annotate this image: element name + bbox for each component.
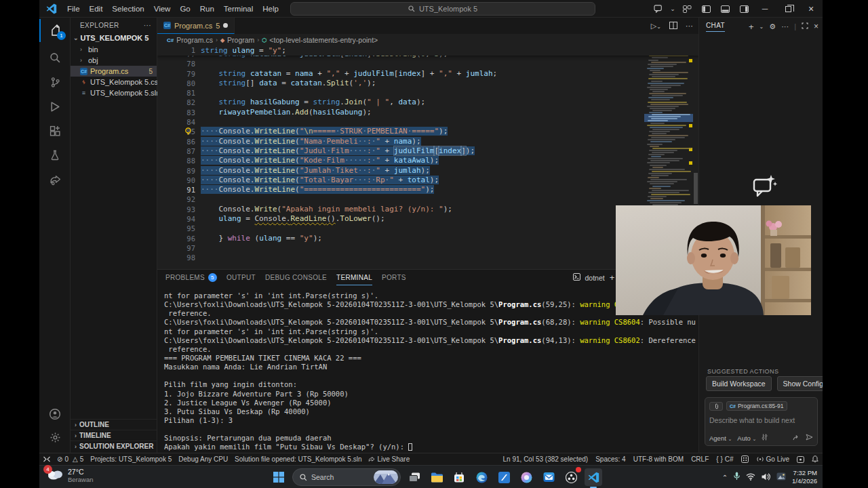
code-line[interactable]: 87····Console.WriteLine("Judul·Film····:… — [157, 146, 644, 156]
sidebar-item-csproj[interactable]: ᛃ UTS_Kelompok 5.csproj — [71, 77, 157, 87]
tab-problems[interactable]: PROBLEMS 5 — [165, 270, 217, 285]
menu-selection[interactable]: Selection — [107, 5, 149, 13]
send-button[interactable] — [806, 434, 813, 442]
chat-settings-gear-icon[interactable]: ⚙ — [769, 22, 776, 31]
obs-studio-button[interactable] — [562, 468, 580, 486]
context-chip[interactable]: C# Program.cs:85-91 — [726, 401, 787, 411]
code-line[interactable]: 78 — [157, 59, 644, 68]
code-line[interactable]: 95 — [157, 224, 644, 233]
chat-input-box[interactable]: C# Program.cs:85-91 Describe what to bui… — [705, 397, 818, 446]
run-debug-icon[interactable] — [39, 95, 71, 118]
accounts-icon[interactable] — [39, 403, 71, 426]
agent-mode-picker[interactable]: Agent ⌄ — [709, 434, 732, 442]
vscode-taskbar-button[interactable] — [585, 468, 602, 486]
section-solution-explorer[interactable]: ›SOLUTION EXPLORER — [71, 441, 157, 451]
tray-obs-icon[interactable] — [776, 471, 786, 483]
copilot-chat-icon[interactable] — [649, 0, 668, 18]
code-line[interactable]: 93 Console.Write("Apakah ingin membeli l… — [157, 205, 644, 214]
taskbar-search[interactable]: Search — [292, 468, 401, 486]
code-line[interactable]: 88····Console.WriteLine("Kode·Film·····:… — [157, 156, 644, 165]
indentation-status[interactable]: Spaces: 4 — [595, 455, 625, 463]
code-line[interactable]: 91····Console.WriteLine("===============… — [157, 185, 644, 195]
microsoft-store-button[interactable] — [450, 468, 468, 486]
language-status[interactable]: { } C# — [716, 455, 733, 463]
task-view-button[interactable] — [406, 468, 423, 486]
menu-terminal[interactable]: Terminal — [219, 5, 258, 13]
volume-icon[interactable] — [762, 471, 770, 483]
terminal-output[interactable]: nt for parameter 's' in 'int int.Parse(s… — [164, 291, 696, 451]
taskbar-clock[interactable]: 7:32 PM 1/4/2026 — [792, 469, 817, 485]
visual-studio-button[interactable] — [495, 468, 513, 486]
code-line[interactable]: 98 — [157, 253, 644, 262]
live-share-status[interactable]: Live Share — [368, 455, 410, 463]
debug-target-status[interactable]: Debug Any CPU — [178, 455, 228, 463]
new-chat-icon[interactable]: + — [749, 22, 754, 32]
notifications-bell-icon[interactable] — [812, 455, 818, 463]
code-line[interactable]: 89····Console.WriteLine("Jumlah·Tiket··:… — [157, 166, 644, 176]
extensions-icon[interactable] — [39, 119, 71, 142]
explorer-icon[interactable]: 1 — [39, 19, 71, 42]
layout-customize-icon[interactable] — [677, 0, 696, 18]
chat-tab[interactable]: CHAT — [706, 22, 725, 32]
chevron-down-icon[interactable]: ⌄ — [668, 0, 677, 18]
run-button[interactable]: ▷⌄ — [651, 22, 661, 30]
code-line[interactable]: 83 riwayatPembelian.Add(hasilGabung); — [157, 108, 644, 117]
encoding-status[interactable]: UTF-8 with BOM — [633, 455, 684, 463]
edge-browser-button[interactable] — [473, 468, 490, 486]
sidebar-item-sln[interactable]: ≡ UTS_Kelompok 5.sln — [71, 87, 157, 98]
section-outline[interactable]: ›OUTLINE — [71, 419, 157, 430]
solution-status[interactable]: Solution file opened: UTS_Kelompok 5.sln — [235, 455, 361, 463]
menu-go[interactable]: Go — [175, 5, 195, 13]
chat-sparkle-overlay-icon[interactable] — [750, 174, 778, 201]
live-share-icon[interactable] — [39, 168, 71, 191]
scrollbar-thumb[interactable] — [694, 173, 698, 204]
code-line[interactable]: 84 — [157, 117, 644, 127]
split-editor-icon[interactable] — [669, 22, 677, 30]
code-line[interactable]: 79 string catatan = nama + "," + judulFi… — [157, 69, 644, 79]
code-line[interactable]: 96 } while (ulang == "y"); — [157, 234, 644, 243]
start-button[interactable] — [270, 468, 288, 486]
source-control-icon[interactable] — [39, 70, 71, 94]
go-live-status[interactable]: Go Live — [756, 455, 789, 463]
extension-grid-icon[interactable] — [741, 455, 749, 463]
minimize-button[interactable]: ─ — [753, 0, 776, 18]
tray-expand-icon[interactable]: ⌃ — [722, 474, 728, 481]
settings-gear-icon[interactable] — [39, 426, 71, 449]
editor-more-icon[interactable]: ⋯ — [686, 22, 693, 30]
chat-maximize-icon[interactable] — [802, 22, 808, 30]
command-center-search[interactable]: UTS_Kelompok 5 — [290, 2, 595, 16]
code-line[interactable]: 97 — [157, 243, 644, 253]
sidebar-item-bin[interactable]: › bin — [71, 44, 157, 55]
sidebar-item-program-cs[interactable]: C# Program.cs 5 — [71, 66, 157, 77]
tab-program-cs[interactable]: C# Program.cs 5 — [157, 18, 235, 34]
problems-status[interactable]: ⊘0 △5 — [57, 455, 83, 463]
close-button[interactable]: × — [800, 0, 823, 18]
section-timeline[interactable]: ›TIMELINE — [71, 430, 157, 441]
sticky-scroll-line[interactable]: 1 string ulang = "y"; — [157, 46, 698, 56]
menu-help[interactable]: Help — [258, 5, 283, 13]
code-line[interactable]: 92 — [157, 195, 644, 204]
tab-output[interactable]: OUTPUT — [226, 270, 256, 285]
cursor-position-status[interactable]: Ln 91, Col 53 (382 selected) — [503, 455, 589, 463]
chevron-down-icon[interactable]: ⌄ — [760, 24, 764, 30]
outlook-button[interactable] — [540, 468, 557, 486]
code-line[interactable]: 82 string hasilGabung = string.Join(" | … — [157, 98, 644, 107]
tab-debug-console[interactable]: DEBUG CONSOLE — [265, 270, 327, 285]
projects-status[interactable]: Projects: UTS_Kelompok 5 — [90, 455, 172, 463]
weather-widget[interactable]: 4 27°C Berawan — [46, 467, 94, 483]
menu-file[interactable]: File — [62, 5, 85, 13]
sidebar-root-folder[interactable]: ⌄ UTS_KELOMPOK 5 — [71, 32, 157, 44]
toggle-sidebar-icon[interactable] — [696, 0, 715, 18]
tools-icon[interactable] — [762, 434, 768, 442]
chat-close-icon[interactable]: × — [814, 22, 818, 31]
code-line[interactable]: 80 string[] data = catatan.Split(','); — [157, 79, 644, 88]
eol-status[interactable]: CRLF — [691, 455, 709, 463]
file-explorer-button[interactable] — [428, 468, 446, 486]
menu-edit[interactable]: Edit — [85, 5, 108, 13]
restore-button[interactable] — [776, 0, 800, 18]
sidebar-item-obj[interactable]: › obj — [71, 55, 157, 66]
search-highlight-image[interactable] — [374, 470, 398, 484]
unsaved-dot-icon[interactable] — [223, 23, 228, 28]
menu-run[interactable]: Run — [195, 5, 219, 13]
show-config-button[interactable]: Show Config — [777, 376, 823, 391]
